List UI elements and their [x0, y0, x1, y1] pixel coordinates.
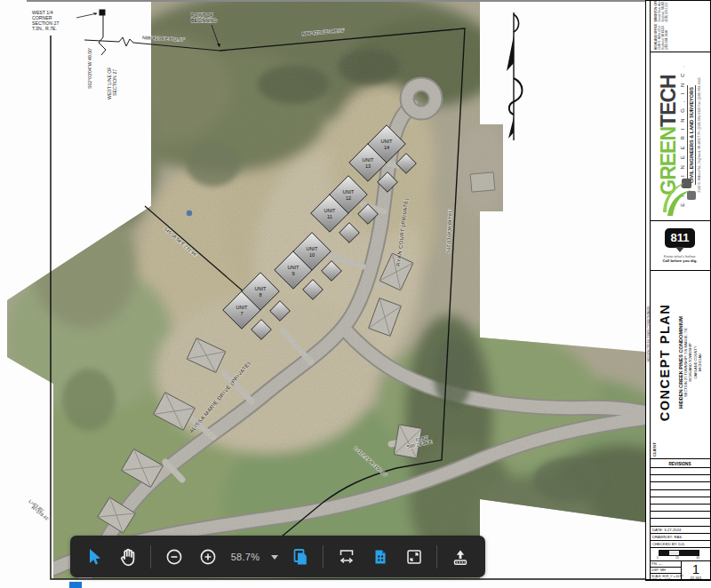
revisions-header: REVISIONS — [650, 460, 710, 468]
blue-marker — [187, 211, 192, 216]
expand-icon — [404, 547, 424, 567]
dsp-row: DSP: MH — [650, 568, 681, 574]
scale-ticks: 02040 — [657, 556, 699, 560]
revisions-table: REVISIONS — [650, 460, 710, 527]
pages-tool-button[interactable] — [284, 540, 316, 574]
sheet-number: 1 — [682, 562, 710, 576]
svg-text:T.3N., R.7E.: T.3N., R.7E. — [32, 26, 57, 31]
toolbar-divider — [323, 545, 324, 568]
project-info: HIDDEN CREEK PINES CONDOMINIUM SECTION 2… — [678, 275, 708, 449]
checked-by-row: CHECKED BY: DJL — [650, 541, 710, 548]
svg-text:N88°42'04"E 602.07': N88°42'04"E 602.07' — [142, 35, 185, 42]
revision-row — [650, 482, 710, 489]
graphic-scale-bar — [659, 550, 699, 556]
select-tool-button[interactable] — [77, 540, 110, 574]
markup-list-button[interactable] — [363, 540, 396, 574]
title-block-bottom: P.N. — DSP: MH SCALE: HOR. 1" = 40 FT VE… — [650, 560, 710, 579]
leaf-logo-icon — [660, 177, 698, 218]
hand-icon — [117, 546, 139, 568]
client-label: CLIENT — [652, 417, 659, 457]
company-address: 2140 S. Milford Rd., Highland, MI 48357 … — [698, 77, 701, 192]
date-row: DATE: 3-27-2024 — [650, 527, 710, 534]
pages-icon — [291, 547, 310, 567]
taskbar-sliver — [69, 582, 82, 588]
revision-row — [650, 497, 710, 505]
call-811-logo: 811 Know what's below. Call before you d… — [651, 223, 709, 267]
concept-plan-drawing: WEST 1/4 CORNER SECTION 27 T.3N., R.7E. … — [0, 0, 645, 588]
revision-row — [650, 505, 710, 512]
fit-width-button[interactable] — [330, 540, 363, 574]
scale-note: SCALE: HOR. 1" = 40 FT VER. 1" = 4 FT — [650, 574, 681, 582]
company-tagline: CIVIL ENGINEERS & LAND SURVEYORS — [687, 85, 696, 185]
north-arrow-icon — [507, 12, 523, 140]
project-number: P.N. — — [650, 561, 681, 568]
revision-row — [650, 519, 710, 526]
aerial-photo — [0, 0, 645, 588]
zoom-in-button[interactable] — [191, 540, 224, 574]
shovel-icon — [675, 247, 684, 252]
job-number: 22-341 — [682, 576, 710, 580]
toolbar-divider — [150, 545, 151, 568]
drawn-by-row: DRAWN BY: RAS — [650, 534, 710, 541]
minus-circle-icon — [164, 547, 184, 567]
zoom-out-button[interactable] — [157, 540, 190, 574]
fit-width-icon — [337, 547, 356, 567]
sheet-title: CONCEPT PLAN — [658, 275, 675, 449]
office-address-blocks: HIGHLAND OFFICE2140 S. Milford Rd. Highl… — [655, 4, 671, 50]
revision-row — [650, 475, 710, 482]
zoom-level-value[interactable]: 58.7% — [225, 552, 266, 562]
title-block: HIGHLAND OFFICE2140 S. Milford Rd. Highl… — [645, 0, 711, 581]
markup-document-icon — [371, 547, 390, 567]
office-address-block: BRIGHTON OFFICEGrand River Ave. Brighton… — [655, 0, 671, 22]
sheet-edge-label: HIDDEN CREEK PINES CONDOMINIUM — [647, 241, 651, 427]
pan-tool-button[interactable] — [111, 540, 144, 574]
pdf-viewer: WEST 1/4 CORNER SECTION 27 T.3N., R.7E. … — [0, 0, 711, 588]
export-button[interactable] — [443, 540, 476, 574]
cursor-icon — [84, 547, 104, 567]
upload-icon — [451, 547, 470, 567]
zoom-level-dropdown[interactable] — [267, 540, 283, 574]
toolbar-divider — [436, 545, 437, 568]
fullscreen-button[interactable] — [397, 540, 430, 574]
viewer-toolbar: 58.7% — [70, 536, 485, 577]
revision-row — [650, 490, 710, 497]
chevron-down-icon — [270, 553, 279, 560]
revision-row — [650, 512, 710, 519]
plus-circle-icon — [198, 547, 218, 567]
svg-text:S02°03'04"W 49.50': S02°03'04"W 49.50' — [87, 48, 92, 89]
office-address-block: HIGHLAND OFFICE2140 S. Milford Rd. Highl… — [655, 24, 671, 50]
revision-row — [650, 468, 710, 475]
811-badge: 811 — [665, 228, 695, 248]
svg-text:BEGINNING: BEGINNING — [191, 18, 217, 23]
svg-text:SECTION 27: SECTION 27 — [112, 69, 117, 96]
